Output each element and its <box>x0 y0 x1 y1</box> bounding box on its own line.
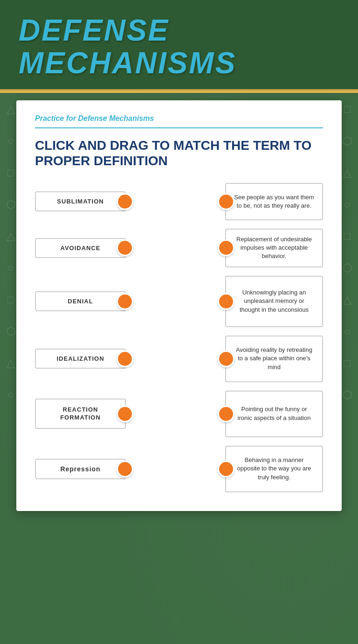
deco-shape: ⬡ <box>6 325 16 338</box>
term-connector[interactable] <box>117 406 133 422</box>
deco-shape: △ <box>343 166 351 179</box>
term-label: REACTION FORMATION <box>43 406 117 422</box>
def-box-4[interactable]: Avoiding reality by retreating to a safe… <box>225 336 323 382</box>
def-box-2[interactable]: Replacement of undesirable impulses with… <box>225 229 323 267</box>
match-row: AVOIDANCE Replacement of undesirable imp… <box>35 229 323 267</box>
def-box-5[interactable]: Pointing out the funny or ironic aspects… <box>225 391 323 437</box>
match-row: DENIAL Unknowingly placing an unpleasant… <box>35 276 323 327</box>
page-title: DEFENSE MECHANISMS <box>19 14 339 80</box>
def-connector[interactable] <box>218 461 234 477</box>
term-label: IDEALIZATION <box>43 355 117 362</box>
term-box-denial[interactable]: DENIAL <box>35 291 126 311</box>
match-row: REACTION FORMATION Pointing out the funn… <box>35 391 323 437</box>
term-connector[interactable] <box>117 461 133 477</box>
term-box-reaction-formation[interactable]: REACTION FORMATION <box>35 399 126 429</box>
def-text: Avoiding reality by retreating to a safe… <box>234 346 315 371</box>
instruction-title: CLICK AND DRAG TO MATCH THE TERM TO PROP… <box>35 138 323 169</box>
match-row: SUBLIMATION See people as you want them … <box>35 183 323 220</box>
deco-shape: □ <box>7 166 14 179</box>
practice-label: Practice for Defense Mechanisms <box>35 114 323 123</box>
term-label: DENIAL <box>43 298 117 305</box>
deco-shape: ⬡ <box>343 388 352 401</box>
deco-shape: ⬡ <box>343 261 352 274</box>
deco-shape: ○ <box>7 388 14 401</box>
left-decorations: △ ○ □ ⬡ △ ○ □ ⬡ △ ○ <box>4 93 18 644</box>
def-connector[interactable] <box>218 193 234 210</box>
def-text: Unknowingly placing an unpleasant memory… <box>234 288 315 314</box>
def-text: Pointing out the funny or ironic aspects… <box>234 405 315 422</box>
match-row: IDEALIZATION Avoiding reality by retreat… <box>35 336 323 382</box>
def-box-1[interactable]: See people as you want them to be, not a… <box>225 183 323 220</box>
right-decorations: □ ⬡ △ ○ □ ⬡ △ ○ □ ⬡ <box>340 93 354 644</box>
def-connector[interactable] <box>218 406 234 422</box>
term-box-idealization[interactable]: IDEALIZATION <box>35 349 126 369</box>
def-box-6[interactable]: Behaving in a manner opposite to the way… <box>225 446 323 492</box>
match-row: Repression Behaving in a manner opposite… <box>35 446 323 492</box>
term-connector[interactable] <box>117 350 133 367</box>
deco-shape: △ <box>343 293 351 306</box>
def-box-3[interactable]: Unknowingly placing an unpleasant memory… <box>225 276 323 327</box>
term-label: SUBLIMATION <box>43 198 117 205</box>
term-box-avoidance[interactable]: AVOIDANCE <box>35 238 126 258</box>
deco-shape: □ <box>7 293 14 306</box>
deco-shape: △ <box>7 103 15 116</box>
def-text: See people as you want them to be, not a… <box>234 193 315 210</box>
deco-shape: ○ <box>7 134 14 147</box>
deco-shape: ⬡ <box>6 198 16 211</box>
deco-shape: □ <box>344 103 351 116</box>
deco-shape: △ <box>7 230 15 243</box>
def-text: Behaving in a manner opposite to the way… <box>234 456 315 482</box>
deco-shape: ○ <box>7 261 14 274</box>
deco-shape: ⬡ <box>343 134 352 147</box>
def-connector[interactable] <box>218 350 234 367</box>
match-container: SUBLIMATION See people as you want them … <box>35 183 323 492</box>
divider <box>35 127 323 128</box>
def-text: Replacement of undesirable impulses with… <box>234 235 315 261</box>
term-connector[interactable] <box>117 239 133 256</box>
term-connector[interactable] <box>117 193 133 210</box>
deco-shape: △ <box>7 357 15 370</box>
deco-shape: ○ <box>344 325 351 338</box>
term-box-sublimation[interactable]: SUBLIMATION <box>35 191 126 211</box>
def-connector[interactable] <box>218 239 234 256</box>
term-label: Repression <box>43 465 117 473</box>
term-label: AVOIDANCE <box>43 245 117 252</box>
term-box-repression[interactable]: Repression <box>35 459 126 479</box>
header: DEFENSE MECHANISMS <box>0 0 358 91</box>
def-connector[interactable] <box>218 293 234 310</box>
term-connector[interactable] <box>117 293 133 310</box>
deco-shape: □ <box>344 357 351 370</box>
content-card: Practice for Defense Mechanisms CLICK AN… <box>16 100 342 511</box>
deco-shape: ○ <box>344 198 351 211</box>
deco-shape: □ <box>344 230 351 243</box>
